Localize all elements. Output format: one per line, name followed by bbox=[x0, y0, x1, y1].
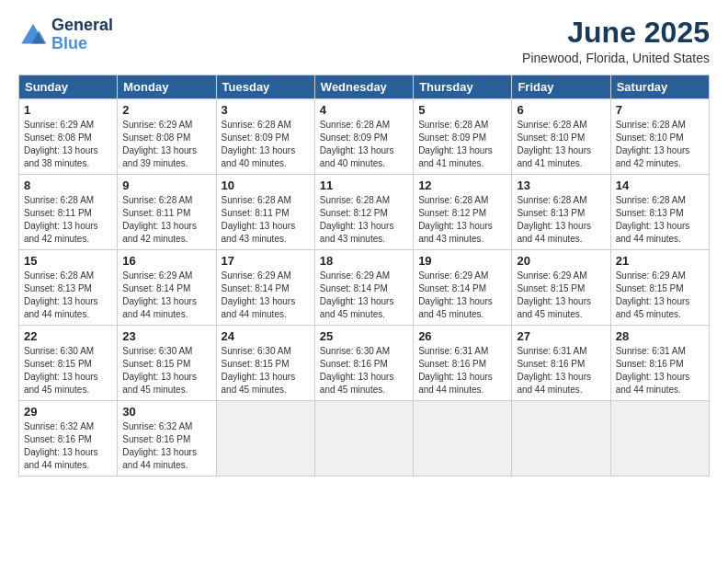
daylight-label: Daylight: 13 hours bbox=[24, 447, 98, 457]
daylight-minutes: and 42 minutes. bbox=[122, 234, 188, 244]
calendar-table: SundayMondayTuesdayWednesdayThursdayFrid… bbox=[18, 75, 710, 477]
calendar-cell: 18Sunrise: 6:29 AMSunset: 8:14 PMDayligh… bbox=[314, 250, 413, 326]
day-info: Sunrise: 6:30 AMSunset: 8:15 PMDaylight:… bbox=[222, 345, 310, 396]
daylight-label: Daylight: 13 hours bbox=[418, 296, 493, 306]
day-info: Sunrise: 6:29 AMSunset: 8:14 PMDaylight:… bbox=[418, 270, 506, 321]
sunset-label: Sunset: 8:13 PM bbox=[616, 208, 684, 218]
day-info: Sunrise: 6:28 AMSunset: 8:10 PMDaylight:… bbox=[517, 119, 605, 170]
calendar-cell: 16Sunrise: 6:29 AMSunset: 8:14 PMDayligh… bbox=[118, 250, 216, 326]
sunset-label: Sunset: 8:08 PM bbox=[24, 132, 92, 143]
day-number: 17 bbox=[222, 254, 310, 268]
daylight-minutes: and 45 minutes. bbox=[418, 309, 483, 319]
sunrise-label: Sunrise: 6:29 AM bbox=[122, 120, 192, 130]
calendar-week-row: 29Sunrise: 6:32 AMSunset: 8:16 PMDayligh… bbox=[19, 401, 710, 477]
logo-text: General Blue bbox=[51, 17, 113, 53]
sunset-label: Sunset: 8:14 PM bbox=[122, 283, 190, 293]
sunset-label: Sunset: 8:15 PM bbox=[24, 359, 92, 369]
day-info: Sunrise: 6:28 AMSunset: 8:11 PMDaylight:… bbox=[122, 194, 210, 246]
day-number: 19 bbox=[418, 254, 506, 268]
calendar-cell: 6Sunrise: 6:28 AMSunset: 8:10 PMDaylight… bbox=[512, 99, 610, 175]
day-info: Sunrise: 6:28 AMSunset: 8:13 PMDaylight:… bbox=[616, 194, 704, 246]
sunrise-label: Sunrise: 6:30 AM bbox=[320, 346, 390, 356]
day-info: Sunrise: 6:28 AMSunset: 8:11 PMDaylight:… bbox=[222, 194, 310, 246]
calendar-cell: 19Sunrise: 6:29 AMSunset: 8:14 PMDayligh… bbox=[414, 250, 512, 326]
sunrise-label: Sunrise: 6:32 AM bbox=[122, 421, 192, 431]
daylight-label: Daylight: 13 hours bbox=[122, 221, 197, 231]
sunrise-label: Sunrise: 6:28 AM bbox=[320, 120, 390, 130]
day-info: Sunrise: 6:29 AMSunset: 8:08 PMDaylight:… bbox=[24, 119, 112, 170]
weekday-header: Tuesday bbox=[216, 75, 314, 99]
header: General Blue June 2025 Pinewood, Florida… bbox=[18, 17, 710, 65]
calendar-title: June 2025 bbox=[522, 17, 710, 49]
sunset-label: Sunset: 8:10 PM bbox=[517, 132, 585, 143]
daylight-label: Daylight: 13 hours bbox=[122, 447, 197, 457]
daylight-minutes: and 45 minutes. bbox=[320, 385, 385, 395]
sunrise-label: Sunrise: 6:30 AM bbox=[122, 346, 192, 356]
daylight-minutes: and 44 minutes. bbox=[418, 385, 483, 395]
daylight-label: Daylight: 13 hours bbox=[517, 296, 591, 306]
calendar-cell: 2Sunrise: 6:29 AMSunset: 8:08 PMDaylight… bbox=[118, 99, 216, 175]
daylight-minutes: and 44 minutes. bbox=[517, 385, 582, 395]
logo-line2: Blue bbox=[51, 34, 87, 52]
sunset-label: Sunset: 8:09 PM bbox=[418, 132, 486, 143]
calendar-cell: 24Sunrise: 6:30 AMSunset: 8:15 PMDayligh… bbox=[216, 326, 314, 401]
day-number: 21 bbox=[616, 254, 704, 268]
calendar-cell bbox=[610, 401, 709, 477]
calendar-cell: 25Sunrise: 6:30 AMSunset: 8:16 PMDayligh… bbox=[314, 326, 413, 401]
daylight-minutes: and 42 minutes. bbox=[616, 158, 681, 168]
calendar-cell: 1Sunrise: 6:29 AMSunset: 8:08 PMDaylight… bbox=[19, 99, 118, 175]
sunrise-label: Sunrise: 6:31 AM bbox=[616, 346, 686, 356]
day-info: Sunrise: 6:28 AMSunset: 8:13 PMDaylight:… bbox=[24, 270, 112, 321]
calendar-week-row: 22Sunrise: 6:30 AMSunset: 8:15 PMDayligh… bbox=[19, 326, 710, 401]
day-info: Sunrise: 6:32 AMSunset: 8:16 PMDaylight:… bbox=[122, 420, 210, 472]
day-info: Sunrise: 6:30 AMSunset: 8:15 PMDaylight:… bbox=[122, 345, 210, 396]
day-number: 6 bbox=[517, 103, 605, 117]
sunrise-label: Sunrise: 6:30 AM bbox=[24, 346, 94, 356]
calendar-cell: 13Sunrise: 6:28 AMSunset: 8:13 PMDayligh… bbox=[512, 175, 610, 250]
sunset-label: Sunset: 8:12 PM bbox=[418, 208, 486, 218]
day-number: 7 bbox=[616, 103, 704, 117]
sunrise-label: Sunrise: 6:28 AM bbox=[517, 120, 586, 130]
calendar-cell: 11Sunrise: 6:28 AMSunset: 8:12 PMDayligh… bbox=[314, 175, 413, 250]
weekday-header: Saturday bbox=[610, 75, 709, 99]
daylight-minutes: and 44 minutes. bbox=[122, 460, 188, 470]
calendar-cell: 10Sunrise: 6:28 AMSunset: 8:11 PMDayligh… bbox=[216, 175, 314, 250]
daylight-minutes: and 44 minutes. bbox=[616, 385, 681, 395]
calendar-cell: 14Sunrise: 6:28 AMSunset: 8:13 PMDayligh… bbox=[610, 175, 709, 250]
day-number: 14 bbox=[616, 178, 704, 192]
daylight-label: Daylight: 13 hours bbox=[24, 145, 98, 155]
daylight-minutes: and 44 minutes. bbox=[24, 309, 89, 319]
logo-line1: General bbox=[51, 16, 113, 34]
daylight-minutes: and 40 minutes. bbox=[320, 158, 385, 168]
day-number: 22 bbox=[24, 329, 112, 343]
sunrise-label: Sunrise: 6:29 AM bbox=[418, 270, 488, 281]
sunrise-label: Sunrise: 6:28 AM bbox=[320, 195, 390, 205]
calendar-cell: 7Sunrise: 6:28 AMSunset: 8:10 PMDaylight… bbox=[610, 99, 709, 175]
weekday-header: Friday bbox=[512, 75, 610, 99]
day-info: Sunrise: 6:29 AMSunset: 8:08 PMDaylight:… bbox=[122, 119, 210, 170]
day-number: 5 bbox=[418, 103, 506, 117]
weekday-header: Wednesday bbox=[314, 75, 413, 99]
daylight-label: Daylight: 13 hours bbox=[122, 296, 197, 306]
daylight-minutes: and 43 minutes. bbox=[418, 234, 483, 244]
day-number: 4 bbox=[320, 103, 408, 117]
daylight-minutes: and 45 minutes. bbox=[24, 385, 89, 395]
sunrise-label: Sunrise: 6:28 AM bbox=[24, 195, 94, 205]
day-info: Sunrise: 6:28 AMSunset: 8:09 PMDaylight:… bbox=[418, 119, 506, 170]
daylight-label: Daylight: 13 hours bbox=[418, 221, 493, 231]
weekday-header: Thursday bbox=[414, 75, 512, 99]
daylight-label: Daylight: 13 hours bbox=[320, 296, 394, 306]
sunset-label: Sunset: 8:08 PM bbox=[122, 132, 190, 143]
daylight-minutes: and 44 minutes. bbox=[517, 234, 582, 244]
calendar-week-row: 1Sunrise: 6:29 AMSunset: 8:08 PMDaylight… bbox=[19, 99, 710, 175]
calendar-cell: 27Sunrise: 6:31 AMSunset: 8:16 PMDayligh… bbox=[512, 326, 610, 401]
day-info: Sunrise: 6:29 AMSunset: 8:15 PMDaylight:… bbox=[616, 270, 704, 321]
weekday-header-row: SundayMondayTuesdayWednesdayThursdayFrid… bbox=[19, 75, 710, 99]
sunset-label: Sunset: 8:15 PM bbox=[616, 283, 684, 293]
daylight-label: Daylight: 13 hours bbox=[222, 372, 296, 382]
calendar-cell: 17Sunrise: 6:29 AMSunset: 8:14 PMDayligh… bbox=[216, 250, 314, 326]
day-info: Sunrise: 6:28 AMSunset: 8:09 PMDaylight:… bbox=[320, 119, 408, 170]
day-info: Sunrise: 6:29 AMSunset: 8:14 PMDaylight:… bbox=[222, 270, 310, 321]
day-info: Sunrise: 6:28 AMSunset: 8:12 PMDaylight:… bbox=[320, 194, 408, 246]
sunset-label: Sunset: 8:13 PM bbox=[517, 208, 585, 218]
